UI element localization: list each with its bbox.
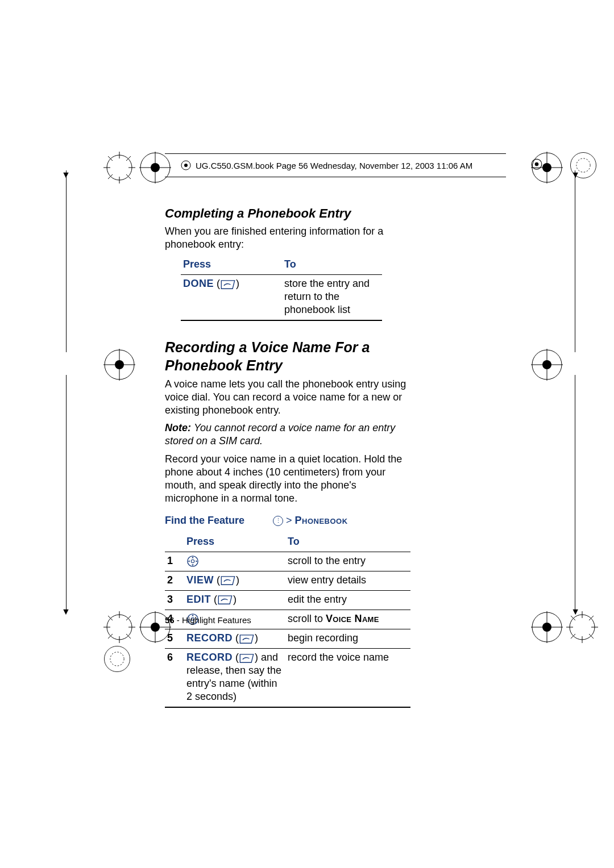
softkey-icon — [239, 652, 255, 663]
note: Note: You cannot record a voice name for… — [165, 422, 410, 448]
table-row: 3EDIT ()edit the entry — [165, 590, 410, 610]
nav-key-icon — [186, 555, 199, 566]
table-header-to: To — [285, 533, 410, 552]
svg-line-10 — [126, 156, 131, 161]
svg-line-51 — [571, 616, 575, 620]
svg-line-53 — [571, 634, 575, 639]
table-cell-to: scroll to Voice Name — [285, 610, 410, 629]
table-cell-press: RECORD () — [184, 629, 285, 649]
softkey-label: RECORD — [186, 632, 233, 644]
svg-line-12 — [126, 174, 131, 179]
table-cell-press: EDIT () — [184, 590, 285, 610]
table-cell-press: RECORD () and release, then say the entr… — [184, 649, 285, 708]
softkey-icon — [217, 594, 233, 605]
svg-line-9 — [108, 156, 113, 161]
svg-line-32 — [108, 616, 113, 620]
section-heading: Recording a Voice Name For a Phonebook E… — [165, 338, 410, 374]
table-cell-to: record the voice name — [285, 649, 410, 708]
table-cell-to: store the entry and return to the phoneb… — [282, 275, 382, 321]
svg-point-41 — [110, 652, 124, 666]
softkey-label: DONE — [183, 278, 214, 289]
table-cell-press: DONE () — [181, 275, 282, 321]
softkey-label: RECORD — [186, 652, 233, 663]
header-info: UG.C550.GSM.book Page 56 Wednesday, Nove… — [165, 153, 506, 177]
svg-line-54 — [589, 634, 594, 639]
step-number: 6 — [165, 649, 184, 708]
softkey-icon — [220, 574, 236, 586]
svg-line-52 — [589, 616, 594, 620]
table-header-press: Press — [184, 533, 285, 552]
svg-line-35 — [126, 634, 131, 639]
svg-point-60 — [191, 560, 194, 563]
step-number: 3 — [165, 590, 184, 610]
register-tiny-icon — [181, 160, 191, 170]
svg-point-56 — [184, 164, 188, 167]
table-cell-to: edit the entry — [285, 590, 410, 610]
table-header-to: To — [282, 256, 382, 275]
path-sep: > — [283, 515, 295, 526]
register-tiny-icon — [531, 158, 542, 170]
register-halo-icon — [103, 152, 135, 183]
to-text: scroll to — [288, 613, 326, 624]
step-number: 5 — [165, 629, 184, 649]
page-content: Completing a Phonebook Entry When you ar… — [165, 199, 410, 708]
softkey-icon — [220, 279, 236, 290]
svg-point-58 — [535, 162, 539, 166]
table-cell-to: scroll to the entry — [285, 552, 410, 571]
paragraph: A voice name lets you call the phonebook… — [165, 378, 410, 417]
footer-section: Highlight Features — [182, 615, 251, 625]
register-mark-icon — [531, 611, 563, 643]
svg-point-40 — [104, 646, 130, 671]
softkey-label: VIEW — [186, 574, 214, 586]
register-mark-icon — [103, 349, 135, 381]
step-number: 2 — [165, 571, 184, 590]
table-row: 1scroll to the entry — [165, 552, 410, 571]
svg-line-33 — [126, 616, 131, 620]
header-info-text: UG.C550.GSM.book Page 56 Wednesday, Nove… — [196, 161, 472, 170]
table-cell-press: VIEW () — [184, 571, 285, 590]
note-label: Note: — [165, 422, 194, 433]
table-cell-press — [184, 552, 285, 571]
footer-sep: - — [175, 615, 182, 625]
table-row: 2VIEW ()view entry details — [165, 571, 410, 590]
register-mark-icon — [531, 349, 563, 381]
table-cell-to: view entry details — [285, 571, 410, 590]
path-dest: Phonebook — [295, 515, 348, 526]
svg-line-34 — [108, 634, 113, 639]
table-row: 6RECORD () and release, then say the ent… — [165, 649, 410, 708]
softkey-icon — [239, 632, 255, 644]
press-to-table: Press To DONE () store the entry and ret… — [181, 256, 382, 321]
softkey-label: EDIT — [186, 594, 211, 605]
find-feature-row: Find the Feature ⋮ > Phonebook — [165, 514, 410, 527]
register-dashed-icon — [102, 644, 132, 674]
step-number: 1 — [165, 552, 184, 571]
to-bold: Voice Name — [326, 613, 379, 624]
register-halo-icon — [103, 611, 135, 643]
page-footer: 56 - Highlight Features — [165, 615, 251, 625]
note-text: You cannot record a voice name for an en… — [165, 422, 395, 446]
paragraph: Record your voice name in a quiet locati… — [165, 453, 410, 505]
table-header-press: Press — [181, 256, 282, 275]
table-cell-to: begin recording — [285, 629, 410, 649]
page-number: 56 — [165, 615, 175, 625]
svg-line-11 — [108, 174, 113, 179]
paragraph: When you are finished entering informati… — [165, 225, 410, 251]
find-feature-path: ⋮ > Phonebook — [273, 514, 348, 527]
menu-key-icon: ⋮ — [273, 516, 283, 526]
find-feature-label: Find the Feature — [165, 514, 273, 527]
table-row: 5RECORD ()begin recording — [165, 629, 410, 649]
section-heading: Completing a Phonebook Entry — [165, 206, 410, 222]
